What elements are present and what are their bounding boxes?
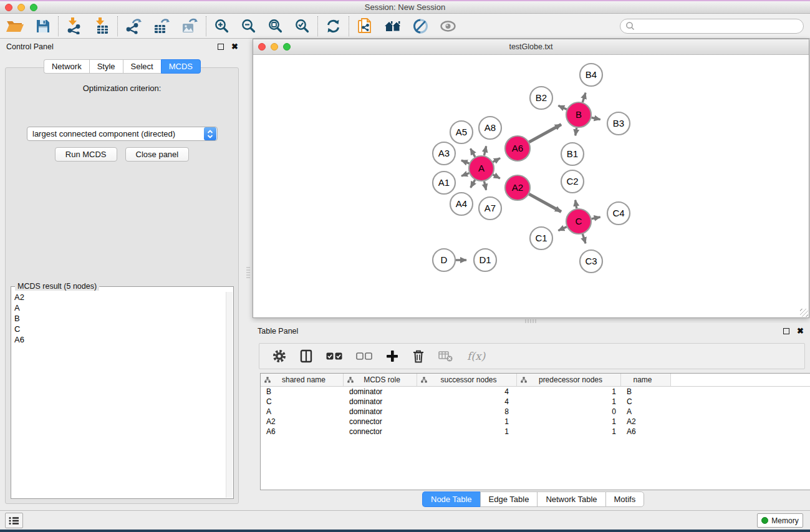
export-table-icon[interactable]: [148, 15, 176, 37]
settings-gear-icon[interactable]: [266, 344, 293, 368]
graph-edge-C-C4[interactable]: [592, 217, 600, 219]
graph-edge-A-A1[interactable]: [461, 173, 469, 177]
search-input[interactable]: [635, 22, 803, 31]
graph-edge-C-C2[interactable]: [576, 200, 577, 209]
open-session-icon[interactable]: [0, 15, 30, 37]
graph-node-A5[interactable]: A5: [450, 121, 473, 143]
graph-edge-B-B3[interactable]: [592, 117, 600, 119]
vertical-splitter-handle[interactable]: [246, 267, 250, 278]
network-canvas[interactable]: AA1A3A5A8A4A7A6A2BB1B2B3B4CC1C2C3C4DD1: [253, 55, 809, 317]
zoom-out-icon[interactable]: [235, 15, 262, 37]
graph-node-B2[interactable]: B2: [530, 87, 552, 109]
result-item[interactable]: A6: [12, 334, 226, 345]
table-row[interactable]: Adominator80A: [261, 407, 810, 417]
graph-edge-A-A8[interactable]: [484, 146, 486, 155]
table-row[interactable]: Bdominator41B: [261, 387, 810, 397]
float-table-panel-icon[interactable]: [783, 328, 789, 334]
column-header-predecessor-nodes[interactable]: predecessor nodes: [517, 374, 621, 386]
network-close-button[interactable]: [258, 43, 266, 51]
import-network-icon[interactable]: [60, 15, 88, 37]
graph-node-A7[interactable]: A7: [479, 197, 501, 220]
column-header-MCDS-role[interactable]: MCDS role: [344, 374, 417, 386]
function-builder-icon[interactable]: f(x): [460, 344, 492, 368]
graph-node-C[interactable]: C: [566, 209, 591, 234]
delete-table-icon[interactable]: [432, 344, 460, 368]
select-all-rows-icon[interactable]: [319, 344, 349, 368]
add-column-icon[interactable]: [379, 344, 405, 368]
network-zoom-button[interactable]: [283, 43, 291, 51]
result-item[interactable]: C: [12, 324, 226, 334]
table-row[interactable]: Cdominator41C: [261, 397, 810, 407]
table-row[interactable]: A2connector11A2: [261, 417, 810, 427]
zoom-in-icon[interactable]: [208, 15, 235, 37]
graph-edge-A-A2[interactable]: [493, 175, 500, 178]
deselect-all-rows-icon[interactable]: [349, 344, 379, 368]
save-session-icon[interactable]: [30, 15, 56, 37]
column-header-shared-name[interactable]: shared name: [261, 374, 344, 386]
result-item[interactable]: A2: [12, 292, 226, 302]
task-history-button[interactable]: [5, 513, 23, 528]
close-table-panel-icon[interactable]: ✖: [797, 328, 804, 334]
graph-node-B1[interactable]: B1: [561, 143, 584, 165]
graph-node-D[interactable]: D: [433, 249, 455, 271]
graph-node-A3[interactable]: A3: [433, 142, 455, 165]
tab-network-table[interactable]: Network Table: [537, 491, 605, 507]
network-window-titlebar[interactable]: testGlobe.txt: [253, 39, 809, 55]
graph-node-C4[interactable]: C4: [607, 202, 630, 225]
tab-mcds[interactable]: MCDS: [161, 59, 201, 74]
column-header-name[interactable]: name: [621, 374, 671, 386]
graph-node-A2[interactable]: A2: [505, 175, 530, 200]
optimization-criterion-dropdown[interactable]: largest connected component (directed): [27, 127, 218, 141]
graph-node-D1[interactable]: D1: [474, 249, 496, 271]
zoom-selected-icon[interactable]: [289, 15, 316, 37]
graph-node-A8[interactable]: A8: [479, 117, 501, 139]
graph-edge-A-A5[interactable]: [470, 148, 475, 157]
table-row[interactable]: A6connector11A6: [261, 427, 810, 437]
tab-network[interactable]: Network: [44, 59, 89, 74]
float-panel-icon[interactable]: [218, 44, 224, 50]
graph-node-C3[interactable]: C3: [580, 250, 602, 273]
home-icon[interactable]: [378, 15, 407, 37]
result-item[interactable]: B: [12, 313, 226, 324]
tab-edge-table[interactable]: Edge Table: [480, 491, 538, 507]
export-image-icon[interactable]: [176, 15, 204, 37]
graph-node-B3[interactable]: B3: [607, 112, 630, 135]
graph-edge-B-B1[interactable]: [576, 128, 577, 136]
node-table[interactable]: shared nameMCDS rolesuccessor nodesprede…: [260, 373, 810, 490]
hide-panels-icon[interactable]: [407, 15, 434, 37]
graph-node-B4[interactable]: B4: [580, 64, 602, 86]
tab-node-table[interactable]: Node Table: [422, 491, 480, 507]
result-item[interactable]: A: [12, 302, 226, 313]
zoom-window-button[interactable]: [30, 4, 37, 11]
tab-select[interactable]: Select: [123, 59, 161, 74]
close-panel-button[interactable]: Close panel: [125, 147, 190, 162]
graph-node-C1[interactable]: C1: [530, 227, 552, 249]
tab-style[interactable]: Style: [89, 59, 123, 74]
close-window-button[interactable]: [5, 4, 12, 11]
mcds-result-list[interactable]: A2ABCA6: [12, 292, 226, 498]
graph-edge-C-C3[interactable]: [582, 234, 586, 243]
graph-node-C2[interactable]: C2: [561, 170, 584, 193]
graph-edge-C-C1[interactable]: [558, 227, 566, 231]
show-column-icon[interactable]: [293, 344, 319, 368]
new-network-from-selection-icon[interactable]: [351, 15, 378, 37]
graph-edge-A-A6[interactable]: [493, 158, 500, 162]
graph-edge-B-B2[interactable]: [558, 105, 566, 109]
graph-node-A1[interactable]: A1: [433, 172, 455, 194]
zoom-fit-icon[interactable]: [262, 15, 289, 37]
import-table-icon[interactable]: [88, 15, 115, 37]
graph-edge-A6-B[interactable]: [529, 124, 561, 142]
result-scrollbar[interactable]: [226, 292, 233, 498]
export-network-icon[interactable]: [120, 15, 148, 37]
minimize-window-button[interactable]: [17, 4, 25, 11]
graph-node-A4[interactable]: A4: [450, 193, 473, 215]
delete-column-icon[interactable]: [405, 344, 432, 368]
tab-motifs[interactable]: Motifs: [605, 491, 645, 507]
column-header-successor-nodes[interactable]: successor nodes: [417, 374, 517, 386]
close-panel-icon[interactable]: ✖: [231, 44, 238, 50]
show-panels-icon[interactable]: [434, 15, 462, 37]
graph-node-B[interactable]: B: [566, 102, 591, 127]
memory-button[interactable]: Memory: [757, 513, 803, 528]
refresh-layout-icon[interactable]: [320, 15, 347, 37]
graph-node-A[interactable]: A: [469, 156, 494, 181]
